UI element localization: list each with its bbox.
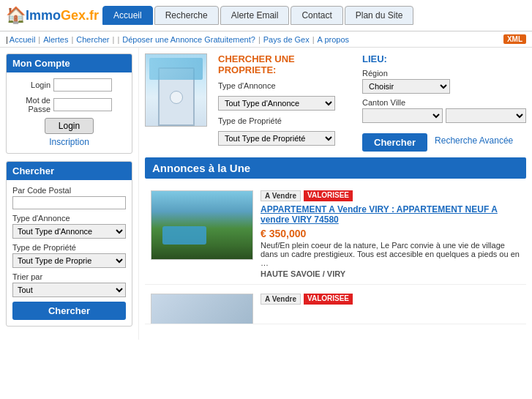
main-layout: Mon Compte Login Mot dePasse Login Inscr…	[0, 48, 532, 340]
annonce-img-pool	[162, 226, 206, 245]
login-button[interactable]: Login	[45, 118, 94, 134]
code-postal-block: Par Code Postal	[12, 186, 126, 209]
annonce-img-placeholder-1	[151, 191, 252, 259]
sidebar: Mon Compte Login Mot dePasse Login Inscr…	[0, 48, 139, 340]
annonce-card-2: A Vendre VALORISEE	[145, 288, 526, 324]
recherche-avancee-link[interactable]: Recherche Avancée	[435, 135, 513, 146]
badge-avendre-1: A Vendre	[261, 190, 301, 201]
mon-compte-box: Mon Compte Login Mot dePasse Login Inscr…	[6, 53, 132, 154]
trier-par-select[interactable]: Tout	[12, 283, 126, 297]
content-area: CHERCHER UNE PROPRIETE: Type d'Annonce T…	[139, 48, 532, 340]
region-row: Région Choisir	[362, 69, 526, 94]
type-annonce-select-main[interactable]: Tout Type d'Annonce	[218, 96, 335, 111]
breadcrumb: | Accueil | Alertes | Chercher | | Dépos…	[0, 31, 532, 48]
logo-area: 🏠 ImmoGex.fr	[0, 3, 102, 28]
tab-recherche[interactable]: Recherche	[154, 6, 219, 25]
tab-alerte-email[interactable]: Alerte Email	[220, 6, 290, 25]
password-label: Mot dePasse	[12, 96, 50, 113]
chercher-button-main[interactable]: Chercher	[362, 133, 427, 152]
chercher-main-row: Chercher Recherche Avancée	[362, 129, 526, 152]
canton-ville-selects	[362, 108, 526, 123]
badge-row-2: A Vendre VALORISEE	[261, 294, 520, 305]
chercher-title: Chercher	[7, 162, 132, 180]
chercher-body: Par Code Postal Type d'Annonce Tout Type…	[7, 180, 132, 326]
annonce-card-1: A Vendre VALORISEE APPARTEMENT A Vendre …	[145, 184, 526, 285]
logo-text: ImmoGex.fr	[26, 8, 99, 23]
type-annonce-block: Type d'Annonce Tout Type d'Annonce	[12, 214, 126, 239]
trier-par-block: Trier par Tout	[12, 272, 126, 297]
xml-badge: XML	[503, 34, 526, 44]
type-annonce-label-main: Type d'Annonce	[218, 81, 299, 90]
trier-par-label: Trier par	[12, 272, 126, 281]
canton-ville-label: Canton Ville	[362, 98, 526, 107]
annonce-details-2: A Vendre VALORISEE	[261, 294, 520, 318]
chercher-box: Chercher Par Code Postal Type d'Annonce …	[6, 161, 132, 327]
mon-compte-body: Login Mot dePasse Login Inscription	[7, 72, 132, 153]
breadcrumb-separator: |	[6, 35, 8, 44]
header: 🏠 ImmoGex.fr Accueil Recherche Alerte Em…	[0, 0, 532, 31]
canton-ville-row: Canton Ville	[362, 98, 526, 123]
badge-row-1: A Vendre VALORISEE	[261, 190, 520, 201]
annonce-details-1: A Vendre VALORISEE APPARTEMENT A Vendre …	[261, 190, 520, 278]
type-propriete-row: Type de Propriété	[218, 116, 355, 125]
type-annonce-select-side[interactable]: Tout Type d'Annonce	[12, 224, 126, 239]
lieu-area: LIEU: Région Choisir Canton Ville	[362, 53, 526, 152]
search-section: CHERCHER UNE PROPRIETE: Type d'Annonce T…	[145, 53, 526, 152]
annonces-header: Annonces à la Une	[145, 157, 526, 179]
password-input[interactable]	[53, 98, 112, 111]
login-input[interactable]	[53, 78, 112, 92]
mon-compte-title: Mon Compte	[7, 54, 132, 72]
tab-accueil[interactable]: Accueil	[102, 6, 153, 25]
type-propriete-label-main: Type de Propriété	[218, 116, 299, 125]
badge-valorisee-2: VALORISEE	[304, 294, 353, 305]
badge-avendre-2: A Vendre	[261, 294, 301, 305]
tab-contact[interactable]: Contact	[291, 6, 342, 25]
password-row: Mot dePasse	[12, 96, 126, 113]
search-fields: CHERCHER UNE PROPRIETE: Type d'Annonce T…	[218, 53, 355, 152]
region-select[interactable]: Choisir	[362, 79, 450, 94]
type-annonce-label-side: Type d'Annonce	[12, 214, 126, 223]
code-postal-label: Par Code Postal	[12, 186, 126, 195]
annonce-price-value-1: € 350,000	[261, 228, 306, 239]
badge-valorisee-1: VALORISEE	[304, 190, 353, 201]
logo-house-icon: 🏠	[6, 6, 26, 25]
canton-select[interactable]	[362, 108, 443, 123]
breadcrumb-deposer[interactable]: Déposer une Annonce Gratuitement?	[122, 35, 255, 44]
type-propriete-select-main[interactable]: Tout Type de Propriété	[218, 131, 335, 146]
breadcrumb-accueil[interactable]: Accueil	[10, 35, 35, 44]
annonce-image-1	[151, 190, 253, 260]
type-annonce-select-row: Tout Type d'Annonce	[218, 96, 355, 111]
region-label: Région	[362, 69, 526, 78]
tab-plan-du-site[interactable]: Plan du Site	[345, 6, 414, 25]
chercher-button-side[interactable]: Chercher	[12, 302, 126, 320]
inscription-link[interactable]: Inscription	[12, 137, 126, 147]
annonce-image-2	[151, 294, 253, 324]
annonce-title-1[interactable]: APPARTEMENT A Vendre VIRY : APPARTEMENT …	[261, 204, 520, 225]
ville-select[interactable]	[446, 108, 526, 123]
type-propriete-select-row: Tout Type de Propriété	[218, 131, 355, 146]
type-propriete-select-side[interactable]: Tout Type de Proprie	[12, 253, 126, 268]
code-postal-input[interactable]	[12, 196, 126, 209]
logo-suffix: Gex.fr	[61, 8, 99, 23]
annonce-price-1: € 350,000	[261, 228, 520, 239]
logo-prefix: Immo	[26, 8, 61, 23]
breadcrumb-pays-de-gex[interactable]: Pays de Gex	[263, 35, 310, 44]
breadcrumb-a-propos[interactable]: A propos	[318, 35, 349, 44]
type-propriete-block: Type de Propriété Tout Type de Proprie	[12, 243, 126, 268]
login-label: Login	[12, 81, 50, 89]
type-propriete-label-side: Type de Propriété	[12, 243, 126, 252]
type-annonce-row: Type d'Annonce	[218, 81, 355, 90]
search-form-title: CHERCHER UNE PROPRIETE:	[218, 53, 355, 75]
search-image-area	[145, 53, 211, 152]
annonce-location-1: HAUTE SAVOIE / VIRY	[261, 269, 520, 278]
breadcrumb-chercher[interactable]: Chercher	[76, 35, 109, 44]
nav-tabs: Accueil Recherche Alerte Email Contact P…	[102, 4, 413, 26]
search-door-image	[145, 53, 207, 127]
lieu-title: LIEU:	[362, 53, 526, 64]
login-row: Login	[12, 78, 126, 92]
breadcrumb-alertes[interactable]: Alertes	[43, 35, 68, 44]
annonce-desc-1: Neuf/En plein coeur de la nature, Le Par…	[261, 241, 520, 267]
